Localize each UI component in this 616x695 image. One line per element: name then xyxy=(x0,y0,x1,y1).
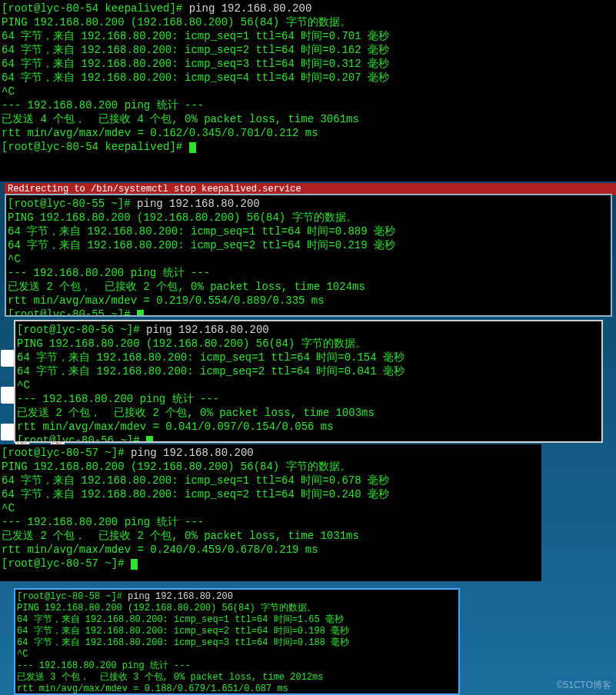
prompt-line: [root@lyc-80-54 keepalived]# ping 192.16… xyxy=(2,2,311,15)
ctrl-c: ^C xyxy=(2,85,15,98)
prompt-idle: [root@lyc-80-57 ~]# xyxy=(2,557,138,570)
desktop-file-icon[interactable] xyxy=(1,387,15,404)
ping-rtt: rtt min/avg/max/mdev = 0.188/0.679/1.651… xyxy=(17,683,288,694)
ping-reply: 64 字节，来自 192.168.80.200: icmp_seq=2 ttl=… xyxy=(2,44,389,56)
desktop-file-icon[interactable] xyxy=(1,424,15,441)
prompt-idle: [root@lyc-80-56 ~]# xyxy=(17,434,153,443)
ping-stats-line: 已发送 2 个包， 已接收 2 个包, 0% packet loss, time… xyxy=(2,530,359,542)
ping-header: PING 192.168.80.200 (192.168.80.200) 56(… xyxy=(17,603,316,614)
ctrl-c: ^C xyxy=(17,379,30,391)
terminal-lyc-80-57[interactable]: [root@lyc-80-57 ~]# ping 192.168.80.200 … xyxy=(0,444,541,581)
terminal-lyc-80-54[interactable]: [root@lyc-80-54 keepalived]# ping 192.16… xyxy=(0,0,616,181)
terminal-lyc-80-55[interactable]: [root@lyc-80-55 ~]# ping 192.168.80.200 … xyxy=(5,194,612,317)
ping-reply: 64 字节，来自 192.168.80.200: icmp_seq=2 ttl=… xyxy=(2,488,389,500)
desktop-icons xyxy=(0,350,15,441)
ping-reply: 64 字节，来自 192.168.80.200: icmp_seq=3 ttl=… xyxy=(17,637,349,648)
ping-stats-header: --- 192.168.80.200 ping 统计 --- xyxy=(17,660,191,671)
ping-reply: 64 字节，来自 192.168.80.200: icmp_seq=1 ttl=… xyxy=(2,474,389,487)
prompt-idle: [root@lyc-80-54 keepalived]# xyxy=(2,141,196,153)
ping-command: ping 192.168.80.200 xyxy=(137,198,260,210)
ping-stats-header: --- 192.168.80.200 ping 统计 --- xyxy=(17,393,219,405)
ping-reply: 64 字节，来自 192.168.80.200: icmp_seq=3 ttl=… xyxy=(2,58,389,70)
ctrl-c: ^C xyxy=(2,502,15,514)
ping-stats-line: 已发送 3 个包， 已接收 3 个包, 0% packet loss, time… xyxy=(17,672,323,683)
ping-rtt: rtt min/avg/max/mdev = 0.162/0.345/0.701… xyxy=(2,127,318,139)
cursor-icon xyxy=(189,142,196,153)
terminal-lyc-80-58[interactable]: [root@lyc-80-58 ~]# ping 192.168.80.200 … xyxy=(14,588,460,695)
prompt-line: [root@lyc-80-58 ~]# ping 192.168.80.200 xyxy=(17,591,233,602)
ping-stats-line: 已发送 2 个包， 已接收 2 个包, 0% packet loss, time… xyxy=(17,407,375,419)
ping-header: PING 192.168.80.200 (192.168.80.200) 56(… xyxy=(8,211,357,224)
ping-reply: 64 字节，来自 192.168.80.200: icmp_seq=4 ttl=… xyxy=(2,71,389,84)
cursor-icon xyxy=(131,559,138,570)
cursor-icon xyxy=(137,310,144,317)
watermark: ©51CTO博客 xyxy=(557,679,611,692)
prompt-idle: [root@lyc-80-55 ~]# xyxy=(8,308,144,317)
prompt-line: [root@lyc-80-56 ~]# ping 192.168.80.200 xyxy=(17,324,269,336)
ping-reply: 64 字节，来自 192.168.80.200: icmp_seq=2 ttl=… xyxy=(8,239,395,251)
ctrl-c: ^C xyxy=(8,253,21,265)
ping-command: ping 192.168.80.200 xyxy=(128,591,233,602)
ctrl-c: ^C xyxy=(17,649,28,660)
terminal-lyc-80-56[interactable]: [root@lyc-80-56 ~]# ping 192.168.80.200 … xyxy=(14,320,603,443)
ping-reply: 64 字节，来自 192.168.80.200: icmp_seq=1 ttl=… xyxy=(17,614,344,625)
prompt-line: [root@lyc-80-55 ~]# ping 192.168.80.200 xyxy=(8,198,260,210)
ping-reply: 64 字节，来自 192.168.80.200: icmp_seq=1 ttl=… xyxy=(17,351,405,364)
ping-reply: 64 字节，来自 192.168.80.200: icmp_seq=2 ttl=… xyxy=(17,626,349,637)
ping-stats-header: --- 192.168.80.200 ping 统计 --- xyxy=(8,267,210,279)
ping-rtt: rtt min/avg/max/mdev = 0.240/0.459/0.678… xyxy=(2,544,318,556)
ping-header: PING 192.168.80.200 (192.168.80.200) 56(… xyxy=(17,338,366,350)
ping-rtt: rtt min/avg/max/mdev = 0.041/0.097/0.154… xyxy=(17,421,334,433)
ping-stats-header: --- 192.168.80.200 ping 统计 --- xyxy=(2,99,204,111)
ping-header: PING 192.168.80.200 (192.168.80.200) 56(… xyxy=(2,16,351,28)
ping-stats-line: 已发送 2 个包， 已接收 2 个包, 0% packet loss, time… xyxy=(8,281,365,293)
ping-stats-header: --- 192.168.80.200 ping 统计 --- xyxy=(2,516,204,528)
ping-command: ping 192.168.80.200 xyxy=(146,324,269,336)
prompt-line: [root@lyc-80-57 ~]# ping 192.168.80.200 xyxy=(2,447,254,459)
ping-header: PING 192.168.80.200 (192.168.80.200) 56(… xyxy=(2,461,351,473)
ping-command: ping 192.168.80.200 xyxy=(189,2,312,15)
cursor-icon xyxy=(146,436,153,443)
ping-reply: 64 字节，来自 192.168.80.200: icmp_seq=2 ttl=… xyxy=(17,365,405,377)
ping-command: ping 192.168.80.200 xyxy=(131,447,254,459)
ping-reply: 64 字节，来自 192.168.80.200: icmp_seq=1 ttl=… xyxy=(8,225,395,238)
ping-reply: 64 字节，来自 192.168.80.200: icmp_seq=1 ttl=… xyxy=(2,30,389,42)
desktop-file-icon[interactable] xyxy=(1,350,15,367)
ping-stats-line: 已发送 4 个包， 已接收 4 个包, 0% packet loss, time… xyxy=(2,113,359,125)
ping-rtt: rtt min/avg/max/mdev = 0.219/0.554/0.889… xyxy=(8,294,325,307)
